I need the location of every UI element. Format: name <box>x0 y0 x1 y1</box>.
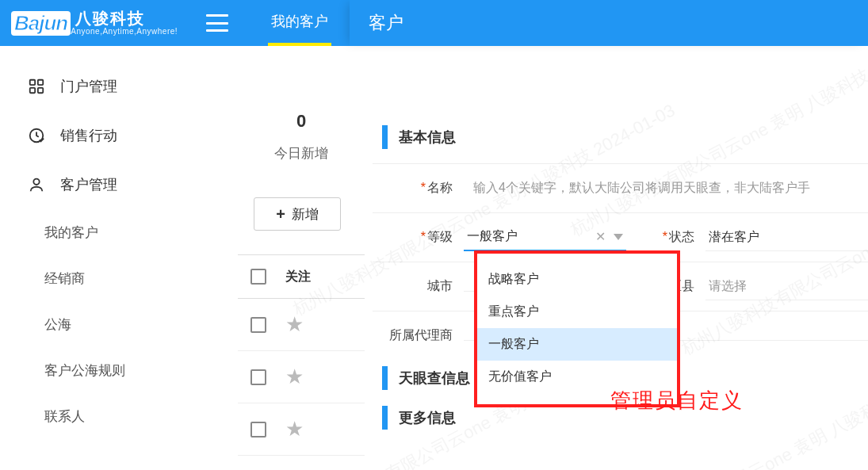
user-icon <box>27 175 46 194</box>
plus-icon: + <box>276 205 285 224</box>
grid-icon <box>27 77 46 96</box>
level-option-key[interactable]: 重点客户 <box>477 296 677 328</box>
column-follow: 关注 <box>285 269 311 285</box>
brand-mark: Bajun <box>11 11 71 36</box>
table-row[interactable]: ★ <box>238 351 365 403</box>
sidebar-sub-pool-rules[interactable]: 客户公海规则 <box>0 347 214 393</box>
label-proxy: 所属代理商 <box>373 327 464 344</box>
today-label: 今日新增 <box>238 144 365 162</box>
svg-rect-2 <box>30 88 35 93</box>
table-row[interactable]: ★ <box>238 403 365 456</box>
sidebar-item-sales[interactable]: 销售行动 <box>0 111 214 160</box>
sidebar-item-label: 销售行动 <box>60 126 117 145</box>
sidebar-item-label: 客户管理 <box>60 175 117 194</box>
clear-icon[interactable]: ✕ <box>595 229 606 244</box>
top-tab-my-customers[interactable]: 我的客户 <box>268 0 331 46</box>
label-city: 城市 <box>373 278 464 295</box>
row-name: 名称 <box>373 163 868 212</box>
star-icon[interactable]: ★ <box>285 417 304 441</box>
level-dropdown: 战略客户 重点客户 一般客户 无价值客户 <box>474 250 680 407</box>
level-option-strategic[interactable]: 战略客户 <box>477 263 677 296</box>
status-value: 潜在客户 <box>709 229 759 246</box>
table-row[interactable]: ★ <box>238 456 365 470</box>
brand-tagline: Anyone,Anytime,Anywhere! <box>71 28 178 36</box>
panel-title-bar: 客户 <box>350 0 868 46</box>
section-title: 更多信息 <box>399 408 456 427</box>
star-icon[interactable]: ★ <box>285 312 304 337</box>
topbar: Bajun 八骏科技 Anyone,Anytime,Anywhere! 我的客户 <box>0 0 350 46</box>
row-checkbox[interactable] <box>250 369 266 385</box>
name-input[interactable] <box>470 174 862 202</box>
sidebar: 门户管理 销售行动 客户管理 我的客户 经销商 公海 客户公海规则 联系人 <box>0 46 214 470</box>
row-checkbox[interactable] <box>250 422 266 438</box>
label-name: 名称 <box>373 180 464 197</box>
section-accent <box>382 366 388 390</box>
svg-rect-0 <box>30 80 35 85</box>
sidebar-sub-pool[interactable]: 公海 <box>0 301 214 347</box>
clock-check-icon <box>27 126 46 145</box>
section-title: 天眼查信息 <box>399 369 470 388</box>
svg-rect-1 <box>38 80 43 85</box>
svg-point-5 <box>33 179 39 185</box>
sidebar-item-portal[interactable]: 门户管理 <box>0 62 214 111</box>
today-count: 0 <box>238 111 365 132</box>
sidebar-sub-dealers[interactable]: 经销商 <box>0 255 214 301</box>
sidebar-sub-my-customers[interactable]: 我的客户 <box>0 209 214 255</box>
district-placeholder: 请选择 <box>709 278 747 295</box>
status-select[interactable]: 潜在客户 <box>705 224 868 251</box>
level-select[interactable]: 一般客户 ✕ <box>464 224 626 251</box>
add-button[interactable]: + 新增 <box>254 197 341 231</box>
section-accent <box>382 406 388 430</box>
chevron-down-icon <box>614 234 623 240</box>
brand-name-cn: 八骏科技 <box>75 10 178 26</box>
sidebar-item-customers[interactable]: 客户管理 <box>0 160 214 209</box>
table-header: 关注 <box>238 254 365 299</box>
sidebar-sub-contacts[interactable]: 联系人 <box>0 393 214 439</box>
summary-column: 0 今日新增 + 新增 关注 ★ ★ ★ ★ <box>238 63 365 470</box>
level-value: 一般客户 <box>467 228 595 245</box>
sidebar-item-label: 门户管理 <box>60 77 117 96</box>
panel-title: 客户 <box>369 11 403 35</box>
table-row[interactable]: ★ <box>238 299 365 351</box>
section-basic: 基本信息 <box>382 125 868 149</box>
select-all-checkbox[interactable] <box>250 269 266 285</box>
label-level: 等级 <box>373 229 464 246</box>
section-title: 基本信息 <box>399 128 456 147</box>
level-option-novalue[interactable]: 无价值客户 <box>477 361 677 393</box>
district-select[interactable]: 请选择 <box>705 273 868 300</box>
label-status: 状态 <box>650 229 705 246</box>
level-option-normal[interactable]: 一般客户 <box>477 328 677 361</box>
add-button-label: 新增 <box>292 205 319 224</box>
section-more: 更多信息 <box>382 406 868 430</box>
brand-logo[interactable]: Bajun 八骏科技 Anyone,Anytime,Anywhere! <box>0 10 189 36</box>
row-checkbox[interactable] <box>250 317 266 333</box>
svg-rect-3 <box>38 88 43 93</box>
star-icon[interactable]: ★ <box>285 365 304 389</box>
menu-toggle-icon[interactable] <box>206 14 228 32</box>
section-accent <box>382 125 388 149</box>
